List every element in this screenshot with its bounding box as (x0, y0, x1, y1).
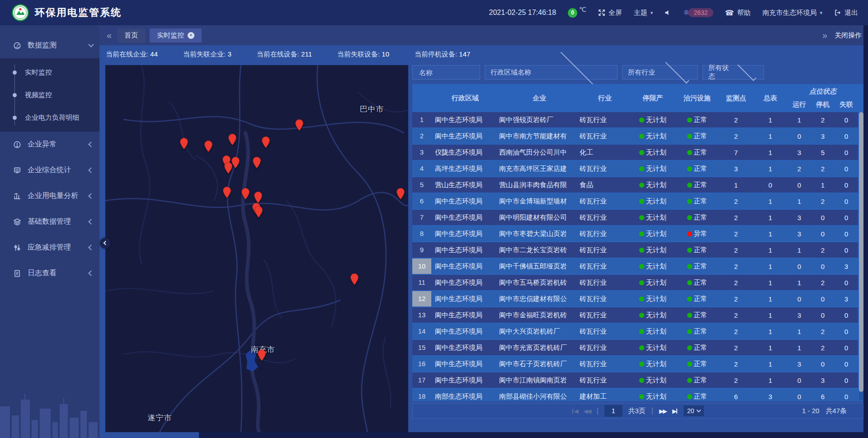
row-company: 阆中市忠信建材有限公 (499, 295, 580, 303)
stat-label: 当前失联设备: (337, 50, 382, 58)
map-pin[interactable] (258, 349, 266, 363)
table-row[interactable]: 15阆中生态环境局阆中市光富页岩机砖厂砖瓦行业无计划正常21120 (412, 340, 858, 355)
next-page-button[interactable]: ▶▶ (659, 408, 666, 414)
row-lost: 0 (835, 198, 858, 205)
row-facility-status: 正常 (675, 376, 719, 385)
sidebar-subitem[interactable]: 企业电力负荷明细 (0, 106, 99, 129)
row-region: 阆中生态环境局 (431, 311, 499, 320)
row-run: 0 (788, 295, 811, 303)
sidebar-item[interactable]: 企业综合统计 (0, 157, 99, 183)
map-panel[interactable]: 巴中市南充市遂宁市 (105, 65, 408, 432)
table-row[interactable]: 11阆中生态环境局阆中市五马桥页岩机砖砖瓦行业无计划正常21120 (412, 275, 858, 290)
map-pin[interactable] (396, 188, 405, 202)
sidebar-subitem-label: 视频监控 (25, 91, 52, 99)
close-icon[interactable]: ✕ (188, 32, 194, 39)
org-dropdown[interactable]: 南充市生态环境局 ▾ (762, 9, 822, 17)
table-row[interactable]: 2阆中生态环境局阆中市南方节能建材有砖瓦行业无计划正常21030 (412, 128, 858, 144)
page-number-input[interactable] (604, 405, 623, 417)
row-run: 1 (788, 246, 811, 254)
map-pin[interactable] (241, 188, 250, 202)
last-page-button[interactable]: ▶ (672, 408, 678, 414)
sidebar-item[interactable]: 数据监测 (0, 33, 99, 58)
map-collapse-toggle[interactable] (100, 238, 111, 249)
map-pin[interactable] (224, 162, 233, 176)
table-row[interactable]: 6阆中生态环境局阆中市金博瑞新型墙材砖瓦行业无计划正常21120 (412, 193, 858, 209)
sidebar-item[interactable]: 基础数据管理 (0, 209, 99, 235)
logout-button[interactable]: 退出 (834, 9, 858, 17)
sidebar-menu: 数据监测实时监控视频监控企业电力负荷明细企业异常企业综合统计企业用电量分析基础数… (0, 25, 99, 286)
gauge-icon (13, 41, 22, 50)
total-pages-label: 共3页 (628, 407, 646, 415)
row-run: 1 (788, 279, 811, 287)
tab-bar: « 首页实时监控✕ » 关闭操作 (99, 25, 868, 45)
map-pin[interactable] (253, 156, 261, 171)
table-row[interactable]: 7阆中生态环境局阆中明阳建材有限公司砖瓦行业无计划正常21300 (412, 210, 858, 225)
map-pin[interactable] (204, 140, 212, 155)
table-row[interactable]: 9阆中生态环境局阆中市二龙长宝页岩砖砖瓦行业无计划正常21120 (412, 242, 858, 258)
map-pin[interactable] (223, 186, 231, 201)
name-filter-field[interactable] (412, 65, 480, 80)
stat-value: 10 (382, 50, 389, 58)
row-facility-status: 正常 (675, 197, 719, 206)
fullscreen-button[interactable]: 全屏 (598, 9, 622, 17)
table-row[interactable]: 16阆中生态环境局阆中市石子页岩机砖厂砖瓦行业无计划正常21300 (412, 356, 858, 372)
first-page-button[interactable]: ◀ (572, 408, 577, 414)
row-index: 5 (412, 177, 431, 193)
table-row[interactable]: 5营山生态环境局营山县润丰肉食品有限食品无计划正常10010 (412, 177, 858, 193)
tabs-scroll-right-icon[interactable]: » (821, 31, 828, 40)
close-operations-button[interactable]: 关闭操作 (835, 31, 862, 40)
sidebar-item[interactable]: 企业异常 (0, 132, 99, 157)
page-size-select[interactable]: 20 (684, 405, 704, 416)
table-row[interactable]: 3仪陇生态环境局西南油气田分公司川中化工无计划正常71350 (412, 145, 858, 160)
status-dot-icon (687, 199, 692, 204)
theme-dropdown[interactable]: 主题 ▾ (634, 9, 653, 17)
prev-page-button[interactable]: ◀◀ (583, 408, 590, 414)
table-row[interactable]: 13阆中生态环境局阆中市金福旺页岩机砖砖瓦行业无计划正常21300 (412, 307, 858, 323)
table-row[interactable]: 10阆中生态环境局阆中千佛镇五郎垭页岩砖瓦行业无计划正常21003 (412, 259, 858, 274)
table-row[interactable]: 14阆中生态环境局阆中大兴页岩机砖厂砖瓦行业无计划正常21120 (412, 324, 858, 339)
col-points: 监测点 (719, 84, 753, 112)
notifications[interactable]: 2632 (683, 8, 713, 17)
mute-button[interactable] (665, 9, 671, 16)
status-dot-icon (639, 150, 644, 155)
table-row[interactable]: 12阆中生态环境局阆中市忠信建材有限公砖瓦行业无计划正常21003 (412, 291, 858, 306)
tab-实时监控[interactable]: 实时监控✕ (150, 28, 202, 42)
name-filter-input[interactable] (418, 68, 474, 77)
status-dot-icon (687, 362, 692, 367)
status-filter-select[interactable]: 所有状态 (703, 65, 764, 80)
tab-label: 实时监控 (157, 31, 184, 40)
row-company: 阆中市二龙长宝页岩砖 (499, 246, 580, 254)
sidebar-subitem[interactable]: 视频监控 (0, 84, 99, 106)
table-row[interactable]: 8阆中生态环境局阆中市枣碧大梁山页岩砖瓦行业无计划异常21300 (412, 226, 858, 241)
row-facility-status: 正常 (675, 165, 719, 173)
map-pin[interactable] (262, 136, 270, 151)
sidebar-item[interactable]: 日志查看 (0, 260, 99, 286)
map-pin[interactable] (255, 206, 263, 220)
table-row[interactable]: 1阆中生态环境局阆中强锐页岩砖厂砖瓦行业无计划正常21120 (412, 112, 858, 127)
sidebar-subitem[interactable]: 实时监控 (0, 61, 99, 84)
industry-filter-select[interactable]: 所有行业 (622, 65, 698, 80)
tab-首页[interactable]: 首页 (117, 28, 145, 42)
sidebar-item[interactable]: 企业用电量分析 (0, 183, 99, 209)
table-row[interactable]: 17阆中生态环境局阆中市江南镇阆南页岩砖瓦行业无计划正常21030 (412, 372, 858, 388)
row-meter: 1 (753, 377, 788, 384)
sidebar: 数据监测实时监控视频监控企业电力负荷明细企业异常企业综合统计企业用电量分析基础数… (0, 25, 99, 438)
map-pin[interactable] (350, 273, 359, 287)
map-pin[interactable] (180, 137, 189, 152)
region-filter-select[interactable]: 行政区域名称 (485, 65, 618, 80)
map-pin[interactable] (295, 119, 303, 133)
row-industry: 砖瓦行业 (580, 295, 630, 303)
map-pin[interactable] (228, 133, 237, 148)
table-scrollbar-thumb[interactable] (859, 112, 863, 392)
row-halt: 2 (811, 328, 835, 335)
stat-value: 44 (150, 50, 158, 58)
sidebar-item[interactable]: 应急减排管理 (0, 235, 99, 260)
tabs-scroll-left-icon[interactable]: « (106, 31, 113, 40)
sidebar-item-label: 企业综合统计 (28, 165, 89, 175)
table-row[interactable]: 18南部生态环境局南部县砌佳小河有限公建材加工无计划正常63060 (412, 389, 858, 401)
help-button[interactable]: ☎ 帮助 (725, 9, 751, 17)
table-row[interactable]: 4高坪生态环境局南充市高坪区王家店建砖瓦行业无计划正常31220 (412, 161, 858, 176)
row-halt: 2 (811, 165, 835, 173)
row-points: 3 (719, 165, 753, 173)
col-lost: 失联 (835, 100, 858, 109)
